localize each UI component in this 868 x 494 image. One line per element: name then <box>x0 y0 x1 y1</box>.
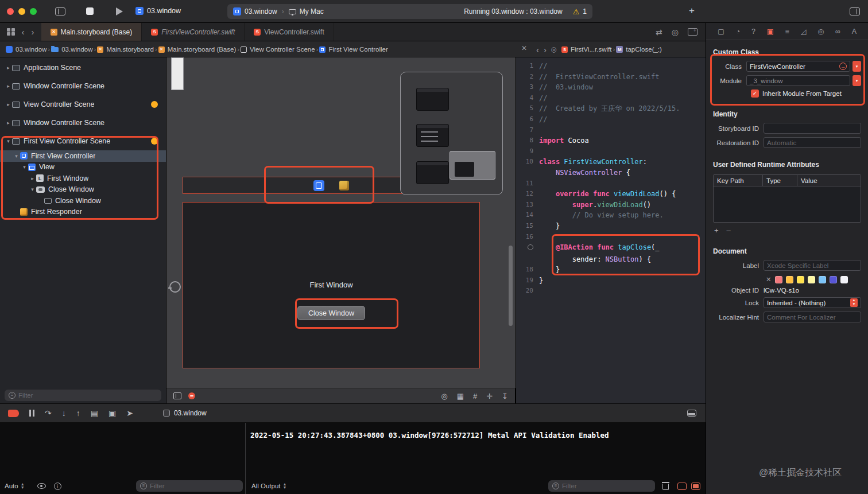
first-responder-icon[interactable] <box>339 181 349 190</box>
breadcrumb-item[interactable]: 03.window <box>51 46 92 53</box>
swap-editors-icon[interactable]: ⇄ <box>656 28 662 37</box>
color-chip[interactable] <box>830 276 837 283</box>
variables-filter[interactable] <box>136 480 243 492</box>
library-add-button[interactable]: + <box>689 5 695 17</box>
tab-main-storyboard[interactable]: Main.storyboard (Base) <box>41 23 142 41</box>
code-line[interactable]: 9 <box>516 146 706 157</box>
tab-viewcontroller-swift[interactable]: S ViewController.swift <box>245 23 334 41</box>
breakpoints-toggle-icon[interactable] <box>8 410 19 417</box>
view-hierarchy-icon[interactable]: ▤ <box>91 409 98 418</box>
runtime-attributes-table[interactable]: Key Path Type Value <box>713 174 861 223</box>
align-icon[interactable]: # <box>473 392 477 400</box>
class-field[interactable]: FirstViewController <box>746 61 850 72</box>
code-line[interactable]: 12 override func viewDidLoad() { <box>516 189 706 200</box>
variables-scope-selector[interactable]: Auto <box>5 483 18 489</box>
color-chip[interactable] <box>819 276 826 283</box>
code-line[interactable]: 5// Created by 王庆华 on 2022/5/15. <box>516 103 706 114</box>
scheme-target-label[interactable]: 03.window <box>245 7 277 15</box>
code-line[interactable]: 13 super.viewDidLoad() <box>516 200 706 211</box>
code-line[interactable]: 3// 03.window <box>516 82 706 93</box>
toggle-console-icon[interactable] <box>687 410 696 417</box>
close-window-button[interactable]: Close Window <box>297 306 365 320</box>
show-document-items-icon[interactable] <box>7 28 15 36</box>
code-line[interactable]: 18 } <box>516 264 706 275</box>
code-line[interactable]: @IBAction func tapClose(_ <box>516 242 706 254</box>
outline-item-close-window[interactable]: ▾Close Window <box>0 184 166 196</box>
code-line[interactable]: 8import Cocoa <box>516 135 706 146</box>
color-chip[interactable] <box>786 276 793 283</box>
code-line[interactable]: sender: NSButton) { <box>516 254 706 265</box>
add-editor-icon[interactable] <box>688 28 698 36</box>
forward-chevron-icon[interactable]: › <box>32 27 34 37</box>
disclosure-triangle-icon[interactable]: ▾ <box>29 186 36 192</box>
file-inspector-icon[interactable]: ▢ <box>718 27 724 36</box>
show-console-pane-icon[interactable] <box>691 483 700 490</box>
no-color-icon[interactable]: ✕ <box>766 275 772 283</box>
remove-attribute-button[interactable]: – <box>727 226 731 235</box>
code-line[interactable]: 19} <box>516 275 706 286</box>
code-line[interactable]: 6// <box>516 114 706 125</box>
breadcrumb-item[interactable]: Main.storyboard <box>97 46 153 53</box>
view-effects-inspector-icon[interactable]: A <box>852 28 857 36</box>
zoom-traffic-light[interactable] <box>30 8 37 15</box>
show-variables-pane-icon[interactable] <box>677 483 687 490</box>
warning-badge[interactable] <box>151 138 158 145</box>
outline-item-first-responder[interactable]: First Responder <box>0 207 166 218</box>
warning-triangle-icon[interactable]: ⚠ <box>573 7 580 16</box>
canvas-scrollbar[interactable] <box>509 246 513 326</box>
scheme-status-pill[interactable]: 03.window › My Mac Running 03.window : 0… <box>227 4 592 19</box>
code-line[interactable]: 14 // Do view setup here. <box>516 210 706 221</box>
run-destination-label[interactable]: My Mac <box>300 7 324 15</box>
back-chevron-icon[interactable]: ‹ <box>536 45 539 55</box>
console-filter[interactable] <box>548 480 655 492</box>
outline-filter[interactable] <box>5 390 161 401</box>
minimize-traffic-light[interactable] <box>18 8 25 15</box>
run-button[interactable] <box>116 7 123 15</box>
jump-to-class-icon[interactable] <box>839 63 847 70</box>
breadcrumb-item[interactable]: View Controller Scene <box>241 46 315 53</box>
code-line[interactable]: 15 } <box>516 221 706 232</box>
outline-item-first-window[interactable]: ▸LFirst Window <box>0 173 166 184</box>
code-line[interactable]: 11 <box>516 178 706 189</box>
source-editor[interactable]: 1//2// FirstViewController.swift3// 03.w… <box>516 57 706 403</box>
interface-builder-canvas[interactable]: First Window Close Window <box>166 57 516 388</box>
outline-item-view[interactable]: ▾View <box>0 162 166 173</box>
class-dropdown-icon[interactable] <box>852 61 861 72</box>
breadcrumb-item[interactable]: MtapClose(_:) <box>616 46 662 53</box>
document-label-field[interactable] <box>764 260 861 271</box>
disclosure-triangle-icon[interactable]: ▾ <box>21 164 28 170</box>
bindings-inspector-icon[interactable]: ∞ <box>835 28 840 36</box>
close-window-traffic-light[interactable] <box>7 8 14 15</box>
warning-count[interactable]: 1 <box>583 7 587 15</box>
breadcrumb-item[interactable]: First View Controller <box>319 46 388 53</box>
console-filter-input[interactable] <box>562 483 651 489</box>
breadcrumb-item[interactable]: FirstVi...r.swift <box>561 46 611 53</box>
outline-item-window-controller-scene[interactable]: ▸Window Controller Scene <box>0 77 166 95</box>
first-view-controller-view[interactable]: First Window Close Window <box>183 202 480 368</box>
forward-chevron-icon[interactable]: › <box>544 45 547 55</box>
quick-look-icon[interactable] <box>37 483 46 489</box>
outline-item-application-scene[interactable]: ▸Application Scene <box>0 59 166 77</box>
outline-filter-input[interactable] <box>18 392 157 399</box>
restoration-id-field[interactable] <box>764 137 861 148</box>
disclosure-triangle-icon[interactable]: ▸ <box>29 176 36 181</box>
ibaction-connection-well[interactable] <box>528 244 533 250</box>
disclosure-triangle-icon[interactable]: ▸ <box>5 120 12 126</box>
console-scope-selector[interactable]: All Output <box>251 483 281 489</box>
toggle-outline-icon[interactable] <box>173 392 181 399</box>
print-description-icon[interactable] <box>54 483 61 490</box>
step-out-icon[interactable]: ↑ <box>76 409 80 418</box>
add-attribute-button[interactable]: + <box>714 226 719 235</box>
issues-indicator-icon[interactable] <box>188 392 195 399</box>
adjust-editor-options-icon[interactable]: ◎ <box>672 28 679 37</box>
memory-graph-icon[interactable]: ▣ <box>108 409 116 418</box>
zoom-icon[interactable]: ◎ <box>441 392 447 400</box>
embed-icon[interactable]: ▦ <box>457 392 464 400</box>
outline-item-close-window[interactable]: Close Window <box>0 195 166 207</box>
color-chip[interactable] <box>808 276 815 283</box>
disclosure-triangle-icon[interactable]: ▾ <box>5 138 12 144</box>
breadcrumb-item[interactable]: 03.window <box>6 46 46 53</box>
disclosure-triangle-icon[interactable]: ▸ <box>5 65 12 71</box>
clear-console-icon[interactable] <box>662 484 669 490</box>
history-inspector-icon[interactable]: ◔ <box>736 28 741 36</box>
